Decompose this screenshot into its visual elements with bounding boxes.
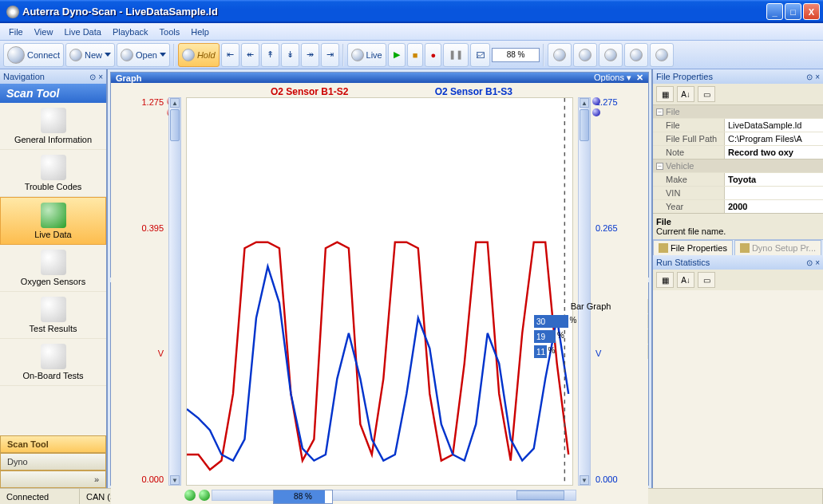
workspace: Navigation ⊙ × Scan Tool General Informa… xyxy=(0,69,823,488)
collapse-icon[interactable]: − xyxy=(656,163,663,170)
nav-last-button[interactable]: ⇥ xyxy=(321,43,339,67)
maximize-button[interactable]: □ xyxy=(785,3,801,20)
tool-find-button[interactable] xyxy=(548,43,572,67)
runstats-body xyxy=(653,290,823,488)
tool-globe-button[interactable] xyxy=(573,43,597,67)
graph-close[interactable]: ✕ xyxy=(636,73,643,83)
chart-area[interactable] xyxy=(186,97,573,486)
scroll-start-icon[interactable] xyxy=(184,490,196,501)
menu-livedata[interactable]: Live Data xyxy=(58,26,106,38)
tab-fileprops[interactable]: File Properties xyxy=(653,240,733,255)
prop-categorized-button[interactable]: ▦ xyxy=(656,86,674,102)
prop-categorized-button[interactable]: ▦ xyxy=(656,272,674,288)
scroll-down-icon[interactable]: ▼ xyxy=(170,475,180,485)
scroll-up-icon[interactable]: ▲ xyxy=(170,98,180,108)
oxygen-icon xyxy=(41,250,66,275)
right-scrollbar[interactable]: ▲ ▼ xyxy=(578,97,591,486)
nav-first-button[interactable]: ⇤ xyxy=(221,43,239,67)
live-button[interactable]: Live xyxy=(347,43,386,67)
nav-item-general[interactable]: General Information xyxy=(0,103,106,150)
h-scrollbar[interactable] xyxy=(183,489,576,502)
prop-cat-vehicle[interactable]: −Vehicle xyxy=(653,159,823,172)
prop-pages-button[interactable]: ▭ xyxy=(698,272,715,288)
prop-row-note[interactable]: NoteRecord two oxy xyxy=(653,145,823,159)
prop-row-vin[interactable]: VIN xyxy=(653,186,823,199)
menu-help[interactable]: Help xyxy=(185,26,215,38)
nav-up-button[interactable]: ↟ xyxy=(261,43,279,67)
connect-button[interactable]: Connect xyxy=(3,43,64,67)
scantool-tab[interactable]: Scan Tool xyxy=(0,435,106,453)
pause-button[interactable]: ❚❚ xyxy=(443,43,469,67)
zoom-label: 88 % xyxy=(507,50,525,59)
nav-item-test[interactable]: Test Results xyxy=(0,292,106,339)
scroll-thumb[interactable] xyxy=(580,109,589,141)
nav-item-onboard[interactable]: On-Board Tests xyxy=(0,339,106,386)
zoom-progress[interactable]: 88 % xyxy=(492,48,540,62)
collapse-icon[interactable]: − xyxy=(656,108,663,116)
zoom-icon xyxy=(604,49,617,61)
scroll-down-icon[interactable]: ▼ xyxy=(580,475,589,485)
scroll-up-icon[interactable]: ▲ xyxy=(580,98,589,108)
minimize-button[interactable]: _ xyxy=(766,3,783,20)
left-scrollbar[interactable]: ▲ ▼ xyxy=(168,97,181,486)
navigation-panel: Navigation ⊙ × Scan Tool General Informa… xyxy=(0,69,108,488)
play-button[interactable]: ▶ xyxy=(388,43,406,67)
marker-s2-mid-icon[interactable] xyxy=(592,108,600,116)
open-button[interactable]: Open xyxy=(117,43,170,67)
nav-next-button[interactable]: ↠ xyxy=(301,43,319,67)
close-button[interactable]: X xyxy=(803,3,820,20)
right-panel: File Properties ⊙ × ▦ A↓ ▭ −File FileLiv… xyxy=(651,69,823,488)
prop-alpha-button[interactable]: A↓ xyxy=(677,86,694,102)
nav-expand[interactable]: » xyxy=(0,471,106,488)
prop-cat-file[interactable]: −File xyxy=(653,104,823,118)
scroll-left-icon[interactable] xyxy=(199,490,210,501)
counter-button[interactable]: 🗠 xyxy=(470,43,490,67)
prop-row-file[interactable]: FileLiveDataSample.ld xyxy=(653,118,823,132)
hold-icon xyxy=(182,49,195,61)
menubar: File View Live Data Playback Tools Help xyxy=(0,23,823,41)
tool-zoom-button[interactable] xyxy=(599,43,623,67)
tool-settings-button[interactable] xyxy=(650,43,674,67)
tab-icon xyxy=(740,243,750,253)
series1-label: O2 Sensor B1-S2 xyxy=(271,86,348,97)
fileprops-header: File Properties ⊙ × xyxy=(653,69,823,84)
pin-icon[interactable]: ⊙ × xyxy=(806,258,820,267)
col-bar[interactable]: Bar Graph xyxy=(534,299,648,313)
prop-row-year[interactable]: Year2000 xyxy=(653,199,823,213)
prop-alpha-button[interactable]: A↓ xyxy=(677,272,694,288)
marker-s2-top-icon[interactable] xyxy=(592,97,600,105)
general-icon xyxy=(41,108,66,133)
menu-tools[interactable]: Tools xyxy=(154,26,186,38)
runstats-toolbar: ▦ A↓ ▭ xyxy=(653,270,823,290)
menu-view[interactable]: View xyxy=(29,26,59,38)
prop-pages-button[interactable]: ▭ xyxy=(698,86,715,102)
tool-info-button[interactable] xyxy=(624,43,648,67)
nav-item-oxygen[interactable]: Oxygen Sensors xyxy=(0,245,106,292)
live-icon xyxy=(351,49,364,61)
info-icon xyxy=(630,49,643,61)
pin-icon[interactable]: ⊙ × xyxy=(806,73,820,81)
prop-row-path[interactable]: File Full PathC:\Program Files\A xyxy=(653,132,823,145)
pin-icon[interactable]: ⊙ × xyxy=(89,73,103,81)
stop-button[interactable]: ■ xyxy=(407,43,424,67)
nav-item-livedata[interactable]: Live Data xyxy=(0,197,106,245)
dyno-tab[interactable]: Dyno xyxy=(0,453,106,471)
prop-row-make[interactable]: MakeToyota xyxy=(653,172,823,186)
scroll-thumb[interactable] xyxy=(170,109,180,141)
record-button[interactable]: ● xyxy=(425,43,441,67)
nav-down-button[interactable]: ↡ xyxy=(281,43,299,67)
h-scroll-track[interactable] xyxy=(212,490,576,501)
hold-button[interactable]: Hold xyxy=(178,43,220,67)
graph-options[interactable]: Options ▾ xyxy=(594,73,631,83)
right-tabs: File Properties Dyno Setup Pr... xyxy=(653,239,823,255)
new-button[interactable]: New xyxy=(65,43,115,67)
h-scroll-thumb[interactable] xyxy=(516,490,564,500)
menu-playback[interactable]: Playback xyxy=(107,26,154,38)
nav-prev-button[interactable]: ↞ xyxy=(241,43,259,67)
menu-file[interactable]: File xyxy=(3,26,29,38)
nav-item-trouble[interactable]: Trouble Codes xyxy=(0,150,106,197)
test-icon xyxy=(41,297,66,322)
tab-dynosetup[interactable]: Dyno Setup Pr... xyxy=(734,240,821,255)
propgrid-toolbar: ▦ A↓ ▭ xyxy=(653,84,823,104)
graph-header: Graph Options ▾ ✕ xyxy=(111,73,648,83)
